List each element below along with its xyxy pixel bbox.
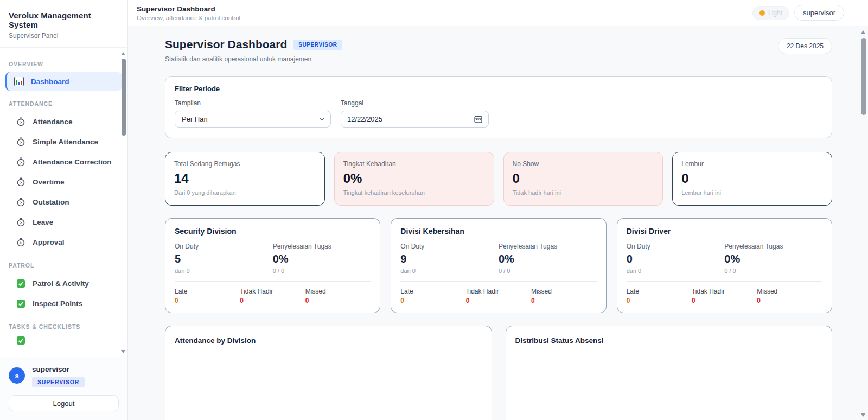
stat-value: 14 [174,171,316,186]
logout-button[interactable]: Logout [9,395,119,411]
sidebar-header: Verolux Management System Supervisor Pan… [0,0,127,48]
late-value: 0 [400,297,465,304]
filter-title: Filter Periode [175,85,822,93]
view-select[interactable]: Per Hari [175,111,331,128]
date-input-value: 12/22/2025 [347,115,382,123]
sidebar-item-overtime[interactable]: Overtime [0,172,127,192]
stat-sub: Lembur hari ini [681,189,823,196]
missed-label: Missed [757,288,822,295]
tasks-label: Penyelesaian Tugas [273,243,371,250]
division-card-security: Security Division On Duty 5 dari 0 Penye… [165,218,380,313]
sidebar-item-inspect-points[interactable]: Inspect Points [0,294,127,314]
on-duty-label: On Duty [175,243,273,250]
scroll-up-arrow-icon[interactable] [121,52,125,55]
sidebar-item-leave[interactable]: Leave [0,212,127,232]
stopwatch-icon [16,238,25,247]
division-card-kebersihan: Divisi Kebersihan On Duty 9 dari 0 Penye… [391,218,606,313]
date-pill[interactable]: 22 Des 2025 [778,38,832,54]
division-title: Divisi Kebersihan [400,227,596,236]
late-value: 0 [627,297,692,304]
sidebar-item-label: Inspect Points [33,300,82,308]
chart-title: Distribusi Status Absensi [515,336,823,345]
scroll-down-arrow-icon[interactable] [121,350,125,353]
scroll-up-arrow-icon[interactable] [861,30,865,34]
sidebar-item-attendance-correction[interactable]: Attendance Correction [0,152,127,172]
sidebar-item-simple-attendance[interactable]: Simple Attendance [0,132,127,152]
stat-card-lembur: Lembur 0 Lembur hari ini [672,152,832,206]
tasks-label: Penyelesaian Tugas [724,243,822,250]
stat-card-no-show: No Show 0 Tidak hadir hari ini [503,152,663,206]
sidebar-item-outstation[interactable]: Outstation [0,192,127,212]
sidebar-item-attendance[interactable]: Attendance [0,112,127,132]
chart-card-distribusi-status-absensi: Distribusi Status Absensi [506,326,833,420]
header-user-pill[interactable]: supervisor [794,5,844,21]
calendar-icon[interactable] [474,115,482,123]
sidebar-item-clipped[interactable] [0,335,127,346]
bar-chart-icon [14,77,24,86]
sidebar-item-label: Outstation [33,198,69,206]
stopwatch-icon [16,137,25,147]
stopwatch-icon [16,198,25,207]
sidebar-item-label: Attendance Correction [33,158,112,166]
sidebar-nav: OVERVIEW Dashboard ATTENDANCE Attendance… [0,48,127,357]
divider [175,281,371,282]
date-input[interactable]: 12/22/2025 [341,111,489,128]
divider [627,281,822,282]
on-duty-value: 0 [627,253,725,265]
header-subtitle: Overview, attendance & patrol control [137,15,240,21]
on-duty-sub: dari 0 [400,268,499,274]
on-duty-sub: dari 0 [627,268,725,274]
nav-section-overview: OVERVIEW [9,61,119,67]
page-title: Supervisor Dashboard [165,38,287,51]
sidebar-item-label: Simple Attendance [33,138,98,146]
app-title: Verolux Management System [9,11,119,29]
scroll-down-arrow-icon[interactable] [861,413,865,417]
stopwatch-icon [16,177,25,187]
stopwatch-icon [16,117,25,126]
user-name: supervisor [32,365,85,373]
sidebar-item-approval[interactable]: Approval [0,232,127,252]
stat-value: 0 [681,171,823,186]
green-checkbox-icon [16,336,25,345]
on-duty-label: On Duty [627,243,725,250]
nav-section-tasks: TASKS & CHECKLISTS [9,323,119,330]
main-scrollbar-thumb[interactable] [861,38,866,115]
stat-sub: Tidak hadir hari ini [513,189,654,196]
sidebar-item-dashboard[interactable]: Dashboard [5,72,122,91]
chevron-down-icon [320,116,325,121]
sidebar-item-label: Attendance [33,118,73,126]
sidebar-item-label: Dashboard [31,78,69,86]
missed-value: 0 [757,297,822,304]
late-label: Late [400,288,465,295]
sidebar-item-label: Overtime [33,178,65,186]
main-scrollbar[interactable] [861,30,867,417]
missed-value: 0 [531,297,596,304]
stat-label: No Show [513,160,654,168]
on-duty-sub: dari 0 [175,268,273,274]
chart-card-attendance-by-division: Attendance by Division [165,326,492,420]
absent-value: 0 [466,297,531,304]
green-checkbox-icon [16,279,25,288]
green-checkbox-icon [16,299,25,308]
sidebar-item-patrol-activity[interactable]: Patrol & Activity [0,273,127,294]
stat-sub: Dari 0 yang diharapkan [174,189,316,196]
sidebar-scrollbar[interactable] [121,52,126,353]
content: Supervisor Dashboard SUPERVISOR Statisti… [128,26,868,420]
sidebar-scrollbar-thumb[interactable] [122,59,126,136]
sidebar-item-label: Leave [33,218,53,226]
main-area: Supervisor Dashboard Overview, attendanc… [128,0,868,420]
stat-value: 0% [343,171,485,186]
nav-section-patrol: PATROL [9,262,119,269]
theme-toggle[interactable]: Light [752,6,789,20]
missed-value: 0 [305,297,371,304]
absent-label: Tidak Hadir [692,288,757,295]
division-title: Security Division [175,227,371,236]
late-label: Late [627,288,692,295]
tasks-value: 0% [499,253,597,265]
view-select-value: Per Hari [182,115,208,123]
late-value: 0 [175,297,240,304]
stat-label: Tingkat Kehadiran [343,160,485,168]
theme-label: Light [768,9,782,17]
page-subtitle: Statistik dan analitik operasional untuk… [165,55,342,63]
date-field-label: Tanggal [341,99,489,107]
